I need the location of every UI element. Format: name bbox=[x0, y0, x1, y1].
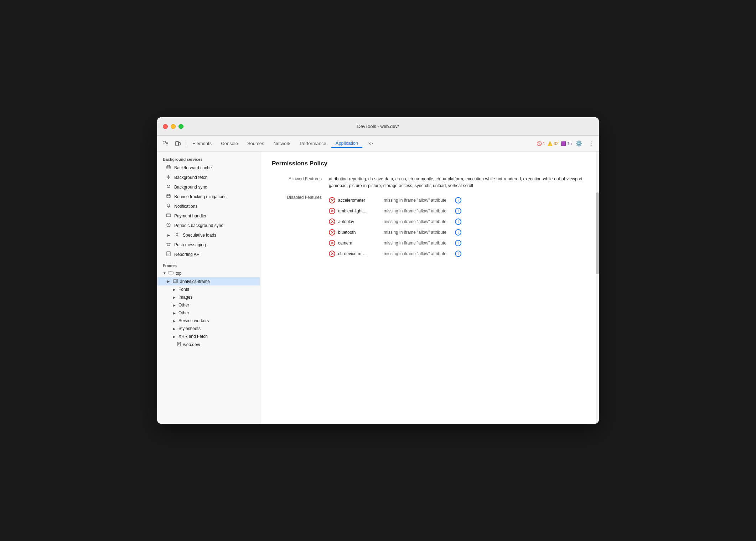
disabled-feature-info-button[interactable]: i bbox=[455, 251, 461, 257]
disabled-feature-info-button[interactable]: i bbox=[455, 240, 461, 246]
sidebar-label-reporting-api: Reporting API bbox=[174, 252, 201, 257]
sidebar-item-payment-handler[interactable]: Payment handler bbox=[157, 211, 260, 221]
sidebar-item-notifications[interactable]: Notifications bbox=[157, 201, 260, 211]
reporting-api-icon bbox=[166, 251, 171, 257]
sidebar-item-periodic-background-sync[interactable]: Periodic background sync bbox=[157, 221, 260, 230]
speculative-loads-icon bbox=[174, 232, 180, 238]
error-icon: 🚫 bbox=[537, 141, 542, 146]
error-badge[interactable]: 🚫 1 bbox=[537, 141, 545, 146]
allowed-features-label: Allowed Features bbox=[272, 176, 329, 181]
close-button[interactable] bbox=[163, 124, 168, 129]
info-badge[interactable]: 🟪 15 bbox=[561, 141, 572, 146]
svg-rect-5 bbox=[166, 214, 171, 217]
svg-point-3 bbox=[167, 165, 170, 167]
tree-item-analytics-iframe[interactable]: ▶ analytics-iframe bbox=[157, 277, 260, 285]
sidebar-item-reporting-api[interactable]: Reporting API bbox=[157, 249, 260, 259]
svg-rect-10 bbox=[177, 342, 181, 346]
disabled-feature-name: ambient-light… bbox=[338, 208, 381, 213]
disabled-feature-error-icon: ✕ bbox=[329, 251, 335, 257]
more-tabs-button[interactable]: >> bbox=[363, 139, 377, 148]
maximize-button[interactable] bbox=[178, 124, 183, 129]
tree-item-xhr-fetch[interactable]: ▶ XHR and Fetch bbox=[157, 333, 260, 340]
tree-arrow-other-2: ▶ bbox=[173, 311, 176, 315]
disabled-feature-desc: missing in iframe "allow" attribute bbox=[384, 219, 446, 224]
folder-icon-top bbox=[169, 270, 174, 276]
tree-arrow-fonts: ▶ bbox=[173, 288, 176, 292]
sidebar-label-speculative-loads: Speculative loads bbox=[183, 233, 216, 238]
tree-item-other-1[interactable]: ▶ Other bbox=[157, 301, 260, 309]
periodic-background-sync-icon bbox=[166, 222, 171, 228]
svg-rect-2 bbox=[179, 143, 180, 145]
toolbar-divider-1 bbox=[186, 140, 186, 147]
cursor-icon[interactable] bbox=[160, 138, 171, 149]
sidebar-item-background-fetch[interactable]: Background fetch bbox=[157, 172, 260, 182]
sidebar-label-bounce-tracking: Bounce tracking mitigations bbox=[174, 194, 227, 199]
window-title: DevTools - web.dev/ bbox=[357, 124, 399, 129]
disabled-feature-item: ✕ autoplay missing in iframe "allow" att… bbox=[329, 216, 587, 227]
page-title: Permissions Policy bbox=[272, 160, 587, 167]
devtools-window: DevTools - web.dev/ Elements Console Sou… bbox=[157, 117, 599, 424]
disabled-feature-info-button[interactable]: i bbox=[455, 197, 461, 203]
tree-label-analytics-iframe: analytics-iframe bbox=[180, 279, 210, 284]
minimize-button[interactable] bbox=[171, 124, 176, 129]
disabled-feature-info-button[interactable]: i bbox=[455, 218, 461, 225]
scrollbar-thumb[interactable] bbox=[596, 192, 599, 274]
disabled-feature-desc: missing in iframe "allow" attribute bbox=[384, 230, 446, 235]
tree-label-top: top bbox=[176, 271, 182, 276]
sidebar-item-push-messaging[interactable]: Push messaging bbox=[157, 240, 260, 249]
tree-item-webdev[interactable]: web.dev/ bbox=[157, 340, 260, 349]
error-count: 1 bbox=[543, 141, 545, 146]
disabled-feature-info-button[interactable]: i bbox=[455, 229, 461, 236]
disabled-feature-name: autoplay bbox=[338, 219, 381, 224]
disabled-feature-item: ✕ accelerometer missing in iframe "allow… bbox=[329, 195, 587, 206]
disabled-feature-desc: missing in iframe "allow" attribute bbox=[384, 208, 446, 213]
tab-application[interactable]: Application bbox=[331, 139, 363, 148]
more-options-button[interactable]: ⋮ bbox=[586, 139, 596, 149]
tab-navigation: Elements Console Sources Network Perform… bbox=[188, 139, 536, 148]
sidebar: Background services Back/forward cache B… bbox=[157, 151, 260, 424]
disabled-feature-item: ✕ bluetooth missing in iframe "allow" at… bbox=[329, 227, 587, 238]
sidebar-item-bounce-tracking[interactable]: Bounce tracking mitigations bbox=[157, 192, 260, 201]
frames-header: Frames bbox=[157, 259, 260, 269]
tab-sources[interactable]: Sources bbox=[243, 139, 269, 148]
tab-elements[interactable]: Elements bbox=[188, 139, 216, 148]
tab-performance[interactable]: Performance bbox=[295, 139, 330, 148]
disabled-feature-desc: missing in iframe "allow" attribute bbox=[384, 251, 446, 256]
disabled-feature-name: ch-device-m… bbox=[338, 251, 381, 256]
tree-item-stylesheets[interactable]: ▶ Stylesheets bbox=[157, 325, 260, 333]
disabled-feature-error-icon: ✕ bbox=[329, 218, 335, 225]
info-count: 15 bbox=[567, 141, 572, 146]
title-bar: DevTools - web.dev/ bbox=[157, 117, 599, 136]
warning-icon: ⚠️ bbox=[547, 141, 553, 146]
notifications-icon bbox=[166, 203, 171, 209]
tree-item-other-2[interactable]: ▶ Other bbox=[157, 309, 260, 317]
disabled-feature-desc: missing in iframe "allow" attribute bbox=[384, 241, 446, 246]
tree-item-service-workers[interactable]: ▶ Service workers bbox=[157, 317, 260, 325]
settings-button[interactable]: ⚙️ bbox=[574, 139, 584, 149]
sidebar-item-speculative-loads[interactable]: ▶ Speculative loads bbox=[157, 230, 260, 240]
allowed-features-row: Allowed Features attribution-reporting, … bbox=[272, 176, 587, 189]
background-fetch-icon bbox=[166, 174, 171, 180]
disabled-feature-item: ✕ camera missing in iframe "allow" attri… bbox=[329, 238, 587, 248]
warning-badge[interactable]: ⚠️ 32 bbox=[547, 141, 558, 146]
sidebar-item-back-forward-cache[interactable]: Back/forward cache bbox=[157, 163, 260, 172]
sidebar-label-back-forward: Back/forward cache bbox=[174, 165, 212, 170]
tree-label-service-workers: Service workers bbox=[178, 318, 209, 323]
disabled-features-label: Disabled Features bbox=[272, 195, 329, 200]
disabled-features-list: ✕ accelerometer missing in iframe "allow… bbox=[329, 195, 587, 259]
payment-handler-icon bbox=[166, 213, 171, 219]
sidebar-item-background-sync[interactable]: Background sync bbox=[157, 182, 260, 192]
tab-console[interactable]: Console bbox=[217, 139, 242, 148]
allowed-features-value: attribution-reporting, ch-save-data, ch-… bbox=[329, 176, 587, 189]
tab-network[interactable]: Network bbox=[269, 139, 295, 148]
tree-arrow-xhr-fetch: ▶ bbox=[173, 335, 176, 339]
disabled-feature-info-button[interactable]: i bbox=[455, 208, 461, 214]
tree-item-top[interactable]: ▼ top bbox=[157, 269, 260, 277]
scrollbar-track[interactable] bbox=[596, 151, 599, 424]
tree-item-images[interactable]: ▶ Images bbox=[157, 293, 260, 301]
tree-item-fonts[interactable]: ▶ Fonts bbox=[157, 285, 260, 293]
device-icon[interactable] bbox=[172, 138, 183, 149]
tree-arrow-top: ▼ bbox=[163, 271, 166, 275]
info-icon-badge: 🟪 bbox=[561, 141, 566, 146]
background-sync-icon bbox=[166, 184, 171, 190]
